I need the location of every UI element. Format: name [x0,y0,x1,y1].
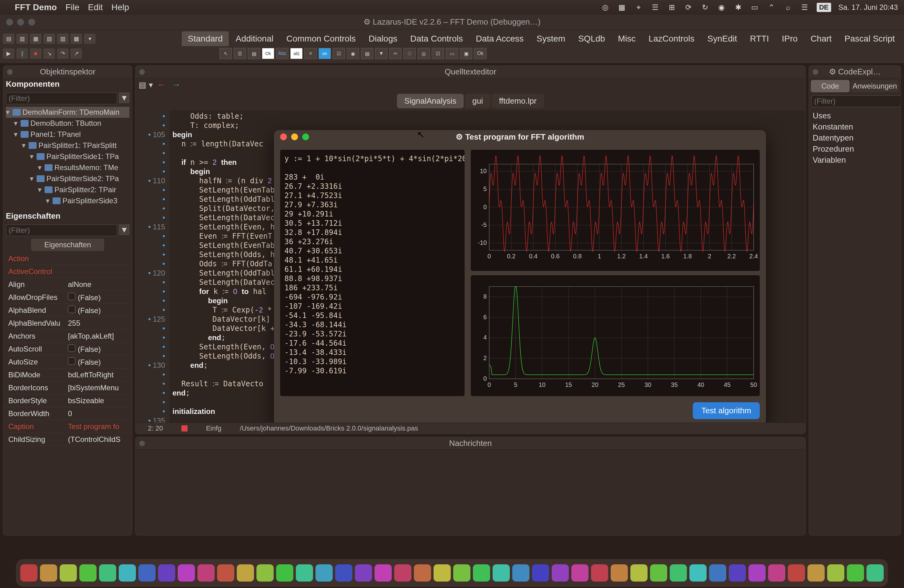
listbox-icon[interactable]: ▤ [361,48,373,59]
property-row[interactable]: BorderIcons[biSystemMenu [3,381,132,394]
status-icon[interactable]: ▦ [618,3,627,12]
frame-icon[interactable]: ▣ [460,48,472,59]
dock-app[interactable] [178,564,195,582]
groupbox-icon[interactable]: □ [403,48,416,59]
properties-tab[interactable]: Eigenschaften [31,239,104,251]
tree-node[interactable]: ▾DemoButton: TButton [6,118,130,129]
dock-app[interactable] [296,564,313,582]
dock-app[interactable] [847,564,864,582]
status-icon[interactable]: ☰ [651,3,660,12]
status-icon[interactable]: ◎ [601,3,610,12]
dock-app[interactable] [79,564,96,582]
tree-node[interactable]: ▾PairSplitterSide3 [6,195,130,206]
code-explorer-item[interactable]: Uses [813,110,897,121]
dock-app[interactable] [99,564,116,582]
property-row[interactable]: AlphaBlend(False) [3,304,132,317]
palette-tab[interactable]: Data Access [469,32,530,46]
code-explorer-item[interactable]: Konstanten [813,121,897,132]
palette-tab[interactable]: Data Controls [404,32,469,46]
dock-app[interactable] [40,564,57,582]
togglebox-icon[interactable]: on [319,48,331,59]
palette-tab[interactable]: System [530,32,571,46]
code-explorer-tab[interactable]: Code [811,80,850,92]
dock-app[interactable] [453,564,471,582]
dock-app[interactable] [827,564,844,582]
scrollbar-icon[interactable]: ═ [389,48,401,59]
dock-app[interactable] [20,564,38,582]
dock-app[interactable] [709,564,726,582]
properties-grid[interactable]: ActionActiveControlAlignalNoneAllowDropF… [3,252,132,535]
dock-app[interactable] [571,564,588,582]
dock-app[interactable] [433,564,451,582]
toolbar-run-icon[interactable]: ▶ [3,49,14,58]
property-row[interactable]: AlphaBlendValu255 [3,317,132,330]
filter-icon[interactable]: ▼ [119,93,130,103]
window-controls[interactable] [280,133,309,140]
dock-app[interactable] [532,564,549,582]
dock-app[interactable] [591,564,608,582]
popupmenu-icon[interactable]: ▤ [248,48,260,59]
tree-node[interactable]: ▾PairSplitterSide1: TPa [6,151,130,162]
tree-node[interactable]: ▾PairSplitterSide2: TPa [6,173,130,184]
property-row[interactable]: AllowDropFiles(False) [3,291,132,304]
code-explorer-filter[interactable] [811,95,901,107]
toolbar-stepout-icon[interactable]: ↗ [71,49,82,58]
file-tab[interactable]: SignalAnalysis [397,94,464,108]
property-row[interactable]: ChildSizing(TControlChildS [3,433,132,446]
tree-node[interactable]: ▾PairSplitter1: TPairSplitt [6,140,130,151]
dock-app[interactable] [375,564,392,582]
properties-filter[interactable] [6,224,117,236]
palette-tab[interactable]: LazControls [642,32,700,46]
dock-app[interactable] [670,564,687,582]
clock[interactable]: Sa. 17. Juni 20:43 [839,3,898,12]
dock-app[interactable] [158,564,175,582]
status-icon[interactable]: ↻ [700,3,710,12]
nav-forward-icon[interactable]: → [170,80,182,90]
menu-help[interactable]: Help [111,2,129,12]
input-lang-badge[interactable]: DE [817,3,831,12]
property-row[interactable]: CaptionTest program fo [3,420,132,433]
dropdown-icon[interactable]: ▾ [149,80,153,90]
palette-tab[interactable]: IPro [776,32,804,46]
property-row[interactable]: AlignalNone [3,278,132,291]
dock-app[interactable] [650,564,667,582]
palette-tab[interactable]: SynEdit [702,32,743,46]
palette-tab[interactable]: SQLdb [572,32,611,46]
file-icon[interactable]: ▤ [139,80,146,90]
toolbar-new-icon[interactable]: ▤ [3,34,14,44]
status-icon[interactable]: ▭ [750,3,760,12]
radiogroup-icon[interactable]: ◎ [417,48,430,59]
dock-app[interactable] [729,564,746,582]
dock-app[interactable] [60,564,77,582]
results-memo[interactable]: y := 1 + 10*sin(2*pi*5*t) + 4*sin(2*pi*2… [280,150,465,396]
status-icon[interactable]: ✱ [734,3,743,12]
palette-tab[interactable]: Standard [182,32,229,46]
dock-app[interactable] [316,564,333,582]
dock-app[interactable] [808,564,825,582]
mainmenu-icon[interactable]: ☰ [234,48,246,59]
property-row[interactable]: ActiveControl [3,265,132,278]
property-row[interactable]: BorderWidth0 [3,407,132,420]
dock-app[interactable] [355,564,372,582]
checkbox-icon[interactable]: ☑ [333,48,345,59]
property-row[interactable]: Anchors[akTop,akLeft] [3,330,132,343]
palette-tab[interactable]: Dialogs [362,32,403,46]
memo-icon[interactable]: ≡ [304,48,317,59]
toolbar-pause-icon[interactable]: ∥ [17,49,28,58]
status-icon[interactable]: ☰ [800,3,809,12]
toolbar-toggle-icon[interactable]: ▾ [84,34,95,44]
status-icon[interactable]: ⟳ [684,3,693,12]
tree-node[interactable]: ▾PairSplitter2: TPair [6,184,130,195]
status-icon[interactable]: ⊞ [667,3,676,12]
status-icon[interactable]: ◉ [717,3,726,12]
tree-node[interactable]: ▾DemoMainForm: TDemoMain [6,107,130,118]
toolbar-save-icon[interactable]: ▦ [30,34,41,44]
combobox-icon[interactable]: ▼ [375,48,387,59]
dock-app[interactable] [788,564,805,582]
dock-app[interactable] [237,564,254,582]
filter-icon[interactable]: ▼ [119,224,130,235]
dock-app[interactable] [512,564,529,582]
dock-app[interactable] [748,564,766,582]
dock-app[interactable] [631,564,648,582]
window-controls[interactable] [6,19,35,25]
